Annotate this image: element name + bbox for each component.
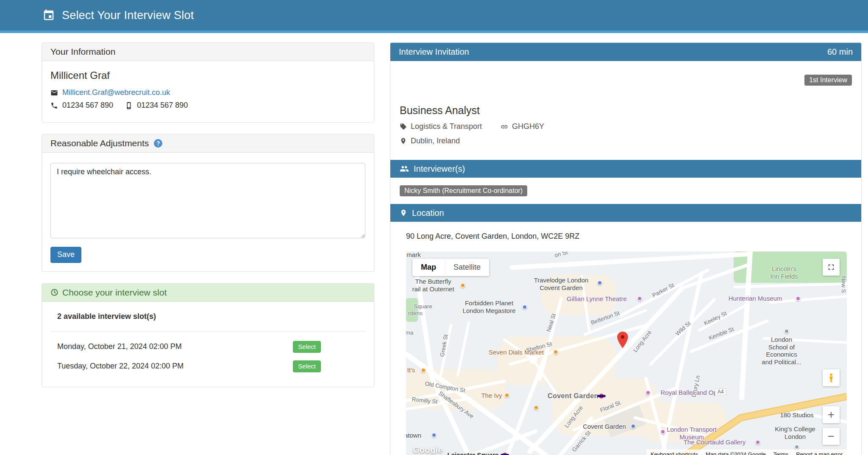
google-map[interactable]: markThe Butterflyrail at OuternetTravelo… <box>406 251 847 455</box>
adjustments-textarea[interactable]: I require wheelchair access. <box>50 163 365 238</box>
fullscreen-button[interactable] <box>823 259 840 276</box>
job-reference: GHGH6Y <box>512 122 544 131</box>
interviewers-section-bar: Interviewer(s) <box>390 160 861 178</box>
clock-icon <box>50 288 58 296</box>
map-marker-attraction-icon <box>660 429 665 434</box>
map-label: Lincoln'sInn Fields <box>770 265 798 280</box>
map-marker-food-icon <box>460 283 465 288</box>
interview-stage-badge: 1st Interview <box>804 75 852 86</box>
map-marker-attraction-icon <box>755 440 760 445</box>
map-label: Royal Ballet and Opera <box>660 389 726 396</box>
map-marker-food-icon <box>534 405 539 410</box>
interview-invitation-panel: Interview Invitation 60 min 1st Intervie… <box>390 42 862 455</box>
location-pin-icon <box>400 209 407 217</box>
main-content: Your Information Millicent Graf Millicen… <box>0 33 868 455</box>
select-slot-button[interactable]: Select <box>293 360 321 372</box>
interview-slots-body: 2 available interview slot(s) Monday, Oc… <box>42 302 374 387</box>
map-label: Greek St <box>439 334 450 357</box>
map-marker-shop-icon <box>597 280 602 285</box>
invitation-summary: 1st Interview Business Analyst Logistics… <box>390 61 861 160</box>
map-label: 180 Studios <box>780 411 813 419</box>
map-label: LondonSchool ofEconomicsand Political... <box>762 336 801 366</box>
map-label: Long Acre <box>563 405 584 429</box>
map-marker-attraction-icon <box>645 390 651 395</box>
terms-link[interactable]: Terms <box>773 451 788 455</box>
map-labels-layer: markThe Butterflyrail at OuternetTravelo… <box>406 251 847 455</box>
job-location: Dublin, Ireland <box>411 137 460 145</box>
map-label: Seven Dials Market <box>489 349 544 356</box>
phone-row: 01234 567 890 01234 567 890 <box>50 101 365 110</box>
interviewer-badge: Nicky Smith (Recruitment Co-ordinator) <box>400 185 527 196</box>
your-information-panel: Your Information Millicent Graf Millicen… <box>42 42 374 123</box>
slot-label: Tuesday, October 22, 2024 02:00 PM <box>57 362 184 371</box>
map-label: Leicester Square <box>448 451 499 455</box>
help-icon[interactable]: ? <box>154 139 162 148</box>
destination-pin-icon <box>616 331 629 351</box>
candidate-name: Millicent Graf <box>50 70 365 81</box>
map-label: Neal St <box>545 313 558 332</box>
reasonable-adjustments-panel: Reasonable Adjustments ? I require wheel… <box>42 134 374 272</box>
users-icon <box>400 164 409 173</box>
app-header: Select Your Interview Slot <box>0 0 868 31</box>
tag-icon <box>400 123 407 130</box>
interview-invitation-title: Interview Invitation <box>399 47 469 57</box>
zoom-out-button[interactable]: − <box>823 428 840 445</box>
save-button[interactable]: Save <box>50 247 81 263</box>
keyboard-shortcuts-link[interactable]: Keyboard shortcuts <box>651 451 698 455</box>
map-label: Romilly St <box>412 396 438 405</box>
page: Select Your Interview Slot Your Informat… <box>0 0 868 455</box>
interview-slots-header: Choose your interview slot <box>42 284 374 302</box>
slot-count: 2 available interview slot(s) <box>50 309 365 321</box>
map-label: Forbidden PlanetLondon Megastore <box>462 299 515 314</box>
map-label: New S <box>840 276 847 293</box>
map-marker-food-icon <box>553 349 558 355</box>
map-label: ma <box>406 329 413 336</box>
map-marker-generic-icon <box>794 444 799 449</box>
slot-row: Tuesday, October 22, 2024 02:00 PM Selec… <box>50 359 365 374</box>
candidate-email-link[interactable]: Millicent.Graf@webrecruit.co.uk <box>62 88 170 97</box>
location-title: Location <box>412 208 444 218</box>
candidate-phone: 01234 567 890 <box>62 101 113 110</box>
your-information-header: Your Information <box>42 43 374 61</box>
right-column: Interview Invitation 60 min 1st Intervie… <box>390 42 862 455</box>
slot-label: Monday, October 21, 2024 02:00 PM <box>57 342 182 351</box>
report-map-error-link[interactable]: Report a map error <box>796 451 843 455</box>
map-attribution: Keyboard shortcuts Map data ©2024 Google… <box>646 449 847 455</box>
interviewers-body: Nicky Smith (Recruitment Co-ordinator) <box>390 178 861 204</box>
job-title: Business Analyst <box>400 104 852 117</box>
map-label: on St <box>554 251 569 259</box>
map-label: Parker St <box>651 282 675 299</box>
mobile-icon <box>125 102 133 109</box>
interview-duration: 60 min <box>827 47 853 57</box>
reasonable-adjustments-title: Reasonable Adjustments <box>50 138 149 148</box>
interview-invitation-header: Interview Invitation 60 min <box>390 43 861 61</box>
map-label: Long Acre <box>632 329 653 354</box>
reasonable-adjustments-body: I require wheelchair access. Save <box>42 153 374 271</box>
zoom-in-button[interactable]: + <box>823 406 840 423</box>
location-section-bar: Location <box>390 204 861 222</box>
interviewers-title: Interviewer(s) <box>414 164 465 174</box>
map-label: The Butterflyrail at Outernet <box>412 278 454 293</box>
interview-address: 90 Long Acre, Covent Garden, London, WC2… <box>406 232 846 241</box>
slot-row: Monday, October 21, 2024 02:00 PM Select <box>50 339 365 355</box>
map-view-button[interactable]: Map <box>412 259 445 276</box>
candidate-mobile: 01234 567 890 <box>137 101 188 110</box>
envelope-icon <box>50 89 58 97</box>
map-label: rdens <box>408 310 423 317</box>
map-label: mark <box>406 251 420 259</box>
pegman-control[interactable] <box>823 369 840 386</box>
map-label: King's CollegeLondon <box>775 425 815 440</box>
map-label: The Courtauld Gallery <box>684 438 746 446</box>
interview-slots-panel: Choose your interview slot 2 available i… <box>42 283 374 387</box>
map-marker-shop-icon <box>431 433 437 438</box>
select-slot-button[interactable]: Select <box>293 341 321 353</box>
link-icon <box>501 123 508 131</box>
satellite-view-button[interactable]: Satellite <box>445 259 489 276</box>
job-sector: Logistics & Transport <box>411 122 482 131</box>
map-label: Covent Garden <box>548 392 598 400</box>
map-label: Covent Garden <box>583 423 626 430</box>
map-marker-attraction-icon <box>796 296 801 301</box>
map-label: atown <box>406 432 421 439</box>
calendar-icon <box>42 9 55 22</box>
map-label: The Ivy <box>481 392 502 399</box>
